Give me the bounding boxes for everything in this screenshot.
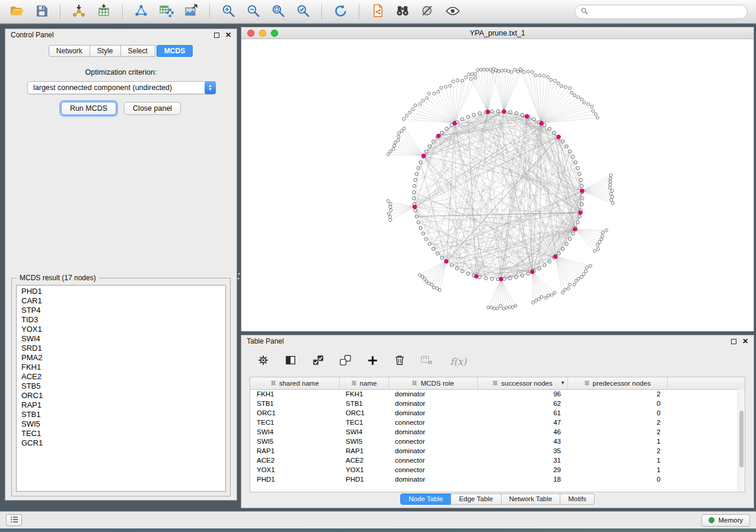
zoom-fit-button[interactable]	[267, 2, 289, 21]
close-window-icon[interactable]	[247, 30, 254, 37]
add-column-button[interactable]	[365, 354, 380, 369]
tab-select[interactable]: Select	[120, 45, 155, 57]
select-all-button[interactable]	[310, 354, 326, 369]
table-cell-shared-name: FKH1	[250, 389, 339, 399]
close-panel-icon[interactable]: ✕	[225, 31, 231, 39]
panel-collapse-handle[interactable]: ◂▸	[237, 268, 241, 284]
delete-column-button[interactable]	[392, 354, 407, 369]
mcds-result-item[interactable]: GCR1	[17, 438, 225, 448]
zoom-out-button[interactable]	[243, 2, 264, 21]
table-cell-shared-name: RAP1	[250, 446, 339, 456]
table-cell-successors: 29	[477, 465, 567, 475]
search-network-button[interactable]	[392, 2, 413, 21]
search-box[interactable]	[575, 5, 748, 19]
tab-network[interactable]: Network	[49, 45, 90, 57]
table-cell-predecessors: 2	[567, 427, 667, 437]
open-file-button[interactable]	[6, 2, 27, 21]
refresh-view-button[interactable]	[330, 2, 351, 21]
column-header-name[interactable]: name	[339, 377, 388, 389]
minimize-window-icon[interactable]	[259, 30, 266, 37]
tab-motifs[interactable]: Motifs	[560, 493, 595, 505]
table-settings-button[interactable]	[256, 354, 271, 369]
table-row[interactable]: RAP1RAP1dominator352	[250, 446, 745, 456]
table-row[interactable]: TEC1TEC1connector472	[250, 418, 745, 427]
column-header-predecessor-nodes[interactable]: predecessor nodes	[567, 377, 667, 389]
show-column-button[interactable]	[283, 354, 298, 369]
table-network-icon	[159, 4, 174, 20]
mcds-result-item[interactable]: TEC1	[17, 429, 225, 438]
table-cell-successors: 43	[477, 437, 567, 446]
criterion-dropdown[interactable]: largest connected component (undirected)…	[27, 81, 216, 94]
float-panel-icon[interactable]	[731, 339, 736, 344]
memory-status-icon	[709, 517, 714, 523]
zoom-in-button[interactable]	[218, 2, 239, 21]
table-cell-filler	[667, 456, 745, 465]
zoom-selected-button[interactable]	[292, 2, 314, 21]
control-panel-header: Control Panel ✕	[5, 29, 237, 41]
new-network-button[interactable]	[130, 2, 152, 21]
table-cell-shared-name: PHD1	[250, 475, 339, 484]
mcds-result-item[interactable]: CAR1	[17, 296, 225, 306]
toggle-graphics-button[interactable]	[417, 2, 438, 21]
mcds-result-item[interactable]: TID3	[17, 315, 225, 325]
network-graph	[241, 40, 754, 331]
network-from-table-button[interactable]	[155, 2, 177, 21]
table-scrollbar[interactable]	[738, 389, 745, 492]
mcds-result-item[interactable]: YOX1	[17, 325, 225, 334]
mcds-result-item[interactable]: STP4	[17, 306, 225, 315]
table-row[interactable]: ACE2ACE2connector311	[250, 456, 745, 465]
table-cell-successors: 61	[477, 408, 567, 418]
table-row[interactable]: ORC1ORC1dominator610	[250, 408, 745, 418]
column-header-successor-nodes[interactable]: successor nodes▾	[477, 377, 567, 389]
scrollbar-thumb[interactable]	[739, 411, 744, 467]
table-row[interactable]: STB1STB1dominator620	[250, 399, 745, 408]
import-table-button[interactable]	[93, 2, 114, 21]
close-panel-button[interactable]: Close panel	[124, 102, 181, 115]
tab-mcds[interactable]: MCDS	[157, 45, 193, 57]
export-image-button[interactable]	[180, 2, 202, 21]
mcds-result-item[interactable]: STB1	[17, 410, 225, 419]
run-mcds-button[interactable]: Run MCDS	[61, 102, 116, 115]
search-input[interactable]	[591, 8, 742, 16]
mcds-result-item[interactable]: ACE2	[17, 372, 225, 382]
tab-node-table[interactable]: Node Table	[400, 493, 451, 505]
table-cell-shared-name: YOX1	[250, 465, 339, 475]
save-session-button[interactable]	[31, 2, 52, 21]
mcds-result-item[interactable]: FKH1	[17, 363, 225, 372]
mcds-result-item[interactable]: STB5	[17, 382, 225, 391]
memory-button[interactable]: Memory	[701, 514, 750, 527]
column-header-shared-name[interactable]: shared name	[250, 377, 339, 389]
show-hide-button[interactable]	[442, 2, 463, 21]
sort-chevron-icon[interactable]: ▾	[561, 379, 564, 386]
mcds-result-item[interactable]: SRD1	[17, 344, 225, 353]
close-panel-icon[interactable]: ✕	[742, 338, 748, 345]
deselect-all-button[interactable]	[337, 354, 353, 369]
status-menu-button[interactable]	[6, 514, 22, 526]
export-network-file-button[interactable]	[367, 2, 388, 21]
mcds-result-item[interactable]: RAP1	[17, 400, 225, 410]
table-row[interactable]: FKH1FKH1dominator962	[250, 389, 745, 399]
network-canvas[interactable]	[241, 40, 754, 331]
network-window-titlebar[interactable]: YPA_prune.txt_1	[241, 27, 754, 39]
mcds-result-item[interactable]: ORC1	[17, 391, 225, 400]
tab-style[interactable]: Style	[90, 45, 121, 57]
table-row[interactable]: YOX1YOX1connector291	[250, 465, 745, 475]
mcds-result-item[interactable]: SWI4	[17, 334, 225, 344]
mcds-result-item[interactable]: PMA2	[17, 353, 225, 363]
mcds-result-item[interactable]: PHD1	[17, 287, 225, 296]
column-header-mcds-role[interactable]: MCDS role	[388, 377, 477, 389]
tab-network-table[interactable]: Network Table	[501, 493, 561, 505]
tab-edge-table[interactable]: Edge Table	[451, 493, 501, 505]
table-row[interactable]: SWI4SWI4dominator462	[250, 427, 745, 437]
mcds-buttons-row: Run MCDS Close panel	[5, 102, 237, 115]
float-panel-icon[interactable]	[214, 33, 219, 38]
table-cell-predecessors: 2	[567, 418, 667, 427]
table-row[interactable]: SWI5SWI5connector431	[250, 437, 745, 446]
mcds-result-list[interactable]: PHD1CAR1STP4TID3YOX1SWI4SRD1PMA2FKH1ACE2…	[16, 285, 226, 492]
maximize-window-icon[interactable]	[271, 30, 278, 37]
import-network-button[interactable]	[68, 2, 90, 21]
network-window-title: YPA_prune.txt_1	[241, 29, 754, 37]
table-row[interactable]: PHD1PHD1dominator180	[250, 475, 745, 484]
mcds-result-item[interactable]: SWI5	[17, 419, 225, 429]
open-folder-icon	[9, 4, 24, 20]
